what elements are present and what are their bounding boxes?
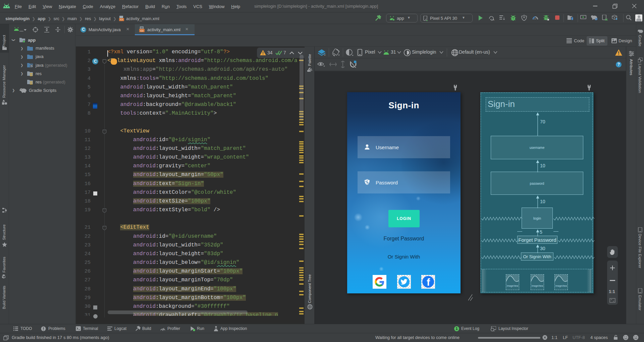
svg-text:<>: <> [140,30,144,33]
svg-text:<>: <> [120,18,123,21]
svg-text:A: A [492,18,494,21]
